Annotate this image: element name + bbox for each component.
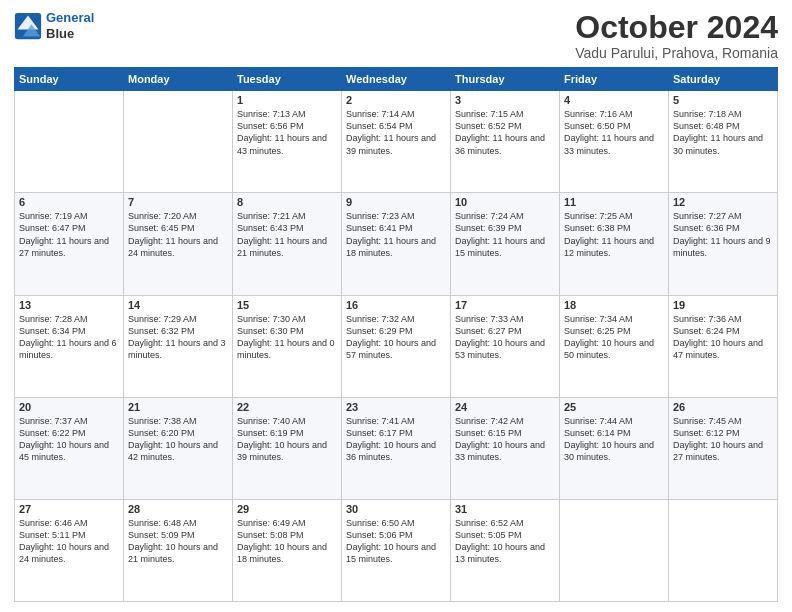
calendar-cell: 14Sunrise: 7:29 AM Sunset: 6:32 PM Dayli… [124,295,233,397]
cell-content: Sunrise: 7:21 AM Sunset: 6:43 PM Dayligh… [237,210,337,259]
cell-content: Sunrise: 6:48 AM Sunset: 5:09 PM Dayligh… [128,517,228,566]
cell-content: Sunrise: 7:37 AM Sunset: 6:22 PM Dayligh… [19,415,119,464]
day-header-saturday: Saturday [669,68,778,91]
cell-content: Sunrise: 7:41 AM Sunset: 6:17 PM Dayligh… [346,415,446,464]
calendar-body: 1Sunrise: 7:13 AM Sunset: 6:56 PM Daylig… [15,91,778,602]
cell-content: Sunrise: 7:25 AM Sunset: 6:38 PM Dayligh… [564,210,664,259]
cell-content: Sunrise: 7:14 AM Sunset: 6:54 PM Dayligh… [346,108,446,157]
calendar-cell: 1Sunrise: 7:13 AM Sunset: 6:56 PM Daylig… [233,91,342,193]
day-number: 16 [346,299,446,311]
calendar-cell [560,499,669,601]
logo-text: General Blue [46,10,94,41]
cell-content: Sunrise: 7:29 AM Sunset: 6:32 PM Dayligh… [128,313,228,362]
cell-content: Sunrise: 7:36 AM Sunset: 6:24 PM Dayligh… [673,313,773,362]
week-row-5: 27Sunrise: 6:46 AM Sunset: 5:11 PM Dayli… [15,499,778,601]
cell-content: Sunrise: 7:24 AM Sunset: 6:39 PM Dayligh… [455,210,555,259]
cell-content: Sunrise: 7:45 AM Sunset: 6:12 PM Dayligh… [673,415,773,464]
day-number: 14 [128,299,228,311]
cell-content: Sunrise: 7:23 AM Sunset: 6:41 PM Dayligh… [346,210,446,259]
logo-line1: General [46,10,94,25]
day-number: 23 [346,401,446,413]
day-header-tuesday: Tuesday [233,68,342,91]
day-number: 28 [128,503,228,515]
calendar-cell: 19Sunrise: 7:36 AM Sunset: 6:24 PM Dayli… [669,295,778,397]
calendar-cell: 17Sunrise: 7:33 AM Sunset: 6:27 PM Dayli… [451,295,560,397]
calendar-cell: 11Sunrise: 7:25 AM Sunset: 6:38 PM Dayli… [560,193,669,295]
cell-content: Sunrise: 7:16 AM Sunset: 6:50 PM Dayligh… [564,108,664,157]
calendar-cell: 25Sunrise: 7:44 AM Sunset: 6:14 PM Dayli… [560,397,669,499]
day-number: 19 [673,299,773,311]
day-number: 5 [673,94,773,106]
calendar-cell: 2Sunrise: 7:14 AM Sunset: 6:54 PM Daylig… [342,91,451,193]
calendar-cell: 9Sunrise: 7:23 AM Sunset: 6:41 PM Daylig… [342,193,451,295]
calendar-cell: 28Sunrise: 6:48 AM Sunset: 5:09 PM Dayli… [124,499,233,601]
cell-content: Sunrise: 7:28 AM Sunset: 6:34 PM Dayligh… [19,313,119,362]
cell-content: Sunrise: 6:52 AM Sunset: 5:05 PM Dayligh… [455,517,555,566]
cell-content: Sunrise: 7:32 AM Sunset: 6:29 PM Dayligh… [346,313,446,362]
cell-content: Sunrise: 6:46 AM Sunset: 5:11 PM Dayligh… [19,517,119,566]
title-block: October 2024 Vadu Parului, Prahova, Roma… [575,10,778,61]
day-number: 6 [19,196,119,208]
week-row-4: 20Sunrise: 7:37 AM Sunset: 6:22 PM Dayli… [15,397,778,499]
day-header-sunday: Sunday [15,68,124,91]
day-number: 15 [237,299,337,311]
day-number: 26 [673,401,773,413]
day-number: 9 [346,196,446,208]
calendar-cell: 5Sunrise: 7:18 AM Sunset: 6:48 PM Daylig… [669,91,778,193]
calendar-cell: 3Sunrise: 7:15 AM Sunset: 6:52 PM Daylig… [451,91,560,193]
calendar-cell: 10Sunrise: 7:24 AM Sunset: 6:39 PM Dayli… [451,193,560,295]
logo-icon [14,12,42,40]
day-number: 24 [455,401,555,413]
day-number: 27 [19,503,119,515]
cell-content: Sunrise: 7:18 AM Sunset: 6:48 PM Dayligh… [673,108,773,157]
calendar-cell [124,91,233,193]
cell-content: Sunrise: 7:44 AM Sunset: 6:14 PM Dayligh… [564,415,664,464]
calendar-cell: 31Sunrise: 6:52 AM Sunset: 5:05 PM Dayli… [451,499,560,601]
day-number: 8 [237,196,337,208]
calendar-cell: 8Sunrise: 7:21 AM Sunset: 6:43 PM Daylig… [233,193,342,295]
calendar-cell: 16Sunrise: 7:32 AM Sunset: 6:29 PM Dayli… [342,295,451,397]
logo: General Blue [14,10,94,41]
week-row-1: 1Sunrise: 7:13 AM Sunset: 6:56 PM Daylig… [15,91,778,193]
cell-content: Sunrise: 7:42 AM Sunset: 6:15 PM Dayligh… [455,415,555,464]
cell-content: Sunrise: 6:49 AM Sunset: 5:08 PM Dayligh… [237,517,337,566]
calendar-cell: 20Sunrise: 7:37 AM Sunset: 6:22 PM Dayli… [15,397,124,499]
day-number: 31 [455,503,555,515]
day-number: 17 [455,299,555,311]
day-number: 7 [128,196,228,208]
week-row-3: 13Sunrise: 7:28 AM Sunset: 6:34 PM Dayli… [15,295,778,397]
page: General Blue October 2024 Vadu Parului, … [0,0,792,612]
week-row-2: 6Sunrise: 7:19 AM Sunset: 6:47 PM Daylig… [15,193,778,295]
day-number: 21 [128,401,228,413]
calendar-cell: 29Sunrise: 6:49 AM Sunset: 5:08 PM Dayli… [233,499,342,601]
logo-line2: Blue [46,26,94,42]
calendar-cell: 18Sunrise: 7:34 AM Sunset: 6:25 PM Dayli… [560,295,669,397]
cell-content: Sunrise: 6:50 AM Sunset: 5:06 PM Dayligh… [346,517,446,566]
calendar-cell: 6Sunrise: 7:19 AM Sunset: 6:47 PM Daylig… [15,193,124,295]
cell-content: Sunrise: 7:15 AM Sunset: 6:52 PM Dayligh… [455,108,555,157]
cell-content: Sunrise: 7:19 AM Sunset: 6:47 PM Dayligh… [19,210,119,259]
cell-content: Sunrise: 7:27 AM Sunset: 6:36 PM Dayligh… [673,210,773,259]
day-number: 20 [19,401,119,413]
calendar-cell: 13Sunrise: 7:28 AM Sunset: 6:34 PM Dayli… [15,295,124,397]
cell-content: Sunrise: 7:34 AM Sunset: 6:25 PM Dayligh… [564,313,664,362]
day-number: 22 [237,401,337,413]
subtitle: Vadu Parului, Prahova, Romania [575,45,778,61]
day-number: 2 [346,94,446,106]
day-header-thursday: Thursday [451,68,560,91]
cell-content: Sunrise: 7:30 AM Sunset: 6:30 PM Dayligh… [237,313,337,362]
calendar-table: SundayMondayTuesdayWednesdayThursdayFrid… [14,67,778,602]
day-number: 25 [564,401,664,413]
day-number: 29 [237,503,337,515]
calendar-cell: 4Sunrise: 7:16 AM Sunset: 6:50 PM Daylig… [560,91,669,193]
day-number: 11 [564,196,664,208]
cell-content: Sunrise: 7:38 AM Sunset: 6:20 PM Dayligh… [128,415,228,464]
calendar-cell: 7Sunrise: 7:20 AM Sunset: 6:45 PM Daylig… [124,193,233,295]
day-number: 10 [455,196,555,208]
day-number: 4 [564,94,664,106]
calendar-header: SundayMondayTuesdayWednesdayThursdayFrid… [15,68,778,91]
main-title: October 2024 [575,10,778,45]
cell-content: Sunrise: 7:40 AM Sunset: 6:19 PM Dayligh… [237,415,337,464]
cell-content: Sunrise: 7:13 AM Sunset: 6:56 PM Dayligh… [237,108,337,157]
day-number: 1 [237,94,337,106]
